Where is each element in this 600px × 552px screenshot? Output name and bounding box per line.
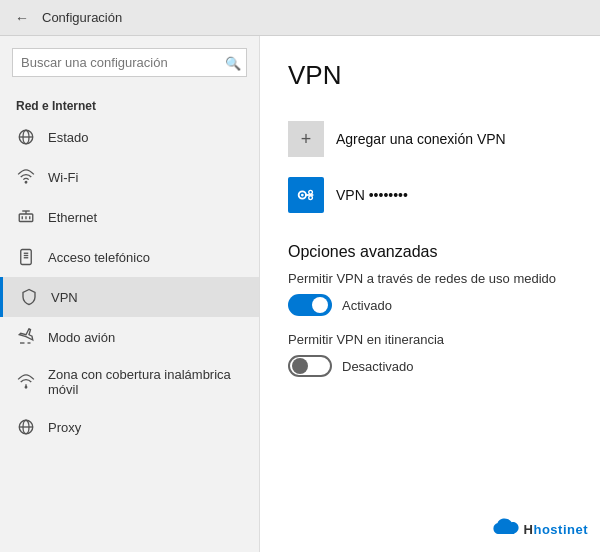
sidebar-item-ethernet[interactable]: Ethernet xyxy=(0,197,259,237)
search-input[interactable] xyxy=(12,48,247,77)
sidebar-item-label: VPN xyxy=(51,290,78,305)
sidebar-item-vpn[interactable]: VPN xyxy=(0,277,259,317)
sidebar-item-label: Zona con cobertura inalámbrica móvil xyxy=(48,367,247,397)
phone-icon xyxy=(16,247,36,267)
toggle2-label: Desactivado xyxy=(342,359,414,374)
title-bar: ← Configuración xyxy=(0,0,600,36)
sidebar-item-label: Modo avión xyxy=(48,330,115,345)
vpn-connection-item[interactable]: VPN •••••••• xyxy=(288,167,572,223)
sidebar-item-label: Proxy xyxy=(48,420,81,435)
option1-description: Permitir VPN a través de redes de uso me… xyxy=(288,271,572,286)
toggle-roaming[interactable] xyxy=(288,355,332,377)
add-vpn-button[interactable]: + Agregar una conexión VPN xyxy=(288,111,572,167)
svg-point-16 xyxy=(25,387,27,389)
hostinet-text: Hhostinet xyxy=(524,522,588,537)
svg-point-25 xyxy=(309,196,313,200)
vpn-connection-label: VPN •••••••• xyxy=(336,187,408,203)
sidebar-item-acceso[interactable]: Acceso telefónico xyxy=(0,237,259,277)
svg-point-3 xyxy=(25,182,27,184)
ethernet-icon xyxy=(16,207,36,227)
toggle-knob-2 xyxy=(292,358,308,374)
wifi-icon xyxy=(16,167,36,187)
sidebar-item-modo-avion[interactable]: Modo avión xyxy=(0,317,259,357)
toggle-knob xyxy=(312,297,328,313)
option2-description: Permitir VPN en itinerancia xyxy=(288,332,572,347)
content-area: VPN + Agregar una conexión VPN VPN •••••… xyxy=(260,36,600,552)
sidebar-item-zona[interactable]: Zona con cobertura inalámbrica móvil xyxy=(0,357,259,407)
hostinet-logo: Hhostinet xyxy=(492,517,588,542)
svg-rect-10 xyxy=(21,250,32,265)
main-container: 🔍 Red e Internet Estado xyxy=(0,36,600,552)
section-label: Red e Internet xyxy=(0,93,259,117)
back-button[interactable]: ← xyxy=(10,6,34,30)
proxy-icon xyxy=(16,417,36,437)
vpn-connection-icon xyxy=(288,177,324,213)
search-icon: 🔍 xyxy=(225,55,241,70)
sidebar-item-estado[interactable]: Estado xyxy=(0,117,259,157)
search-box[interactable]: 🔍 xyxy=(12,48,247,77)
sidebar-item-proxy[interactable]: Proxy xyxy=(0,407,259,447)
vpn-nav-icon xyxy=(19,287,39,307)
title-bar-text: Configuración xyxy=(42,10,122,25)
svg-point-24 xyxy=(309,190,313,194)
sidebar-item-label: Wi-Fi xyxy=(48,170,78,185)
sidebar: 🔍 Red e Internet Estado xyxy=(0,36,260,552)
hotspot-icon xyxy=(16,372,36,392)
svg-point-22 xyxy=(301,194,304,197)
cloud-icon xyxy=(492,517,520,542)
page-title: VPN xyxy=(288,60,572,91)
airplane-icon xyxy=(16,327,36,347)
advanced-options-heading: Opciones avanzadas xyxy=(288,243,572,261)
add-vpn-label: Agregar una conexión VPN xyxy=(336,131,506,147)
add-icon: + xyxy=(288,121,324,157)
toggle-metered[interactable] xyxy=(288,294,332,316)
globe-icon xyxy=(16,127,36,147)
sidebar-item-label: Acceso telefónico xyxy=(48,250,150,265)
sidebar-item-label: Ethernet xyxy=(48,210,97,225)
sidebar-item-label: Estado xyxy=(48,130,88,145)
toggle1-label: Activado xyxy=(342,298,392,313)
option-metered-networks: Permitir VPN a través de redes de uso me… xyxy=(288,271,572,316)
sidebar-item-wifi[interactable]: Wi-Fi xyxy=(0,157,259,197)
option-roaming: Permitir VPN en itinerancia Desactivado xyxy=(288,332,572,377)
